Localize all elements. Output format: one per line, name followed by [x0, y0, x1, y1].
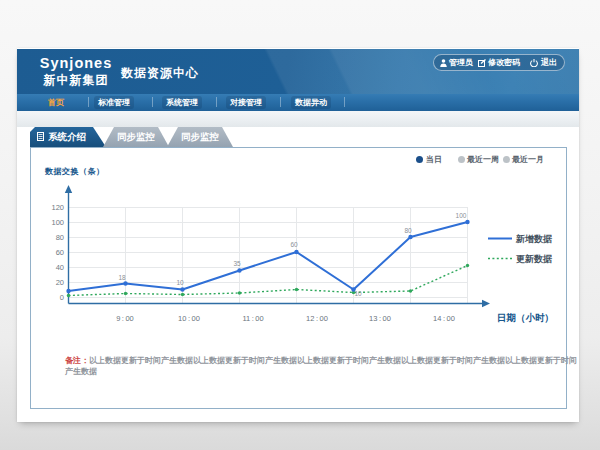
svg-text:13 : 00: 13 : 00: [369, 314, 391, 323]
svg-text:日期（小时）: 日期（小时）: [497, 312, 554, 324]
svg-text:20: 20: [56, 278, 64, 287]
svg-text:14 : 00: 14 : 00: [433, 314, 455, 323]
svg-text:100: 100: [51, 218, 64, 227]
svg-text:0: 0: [60, 293, 64, 302]
svg-text:10 : 00: 10 : 00: [178, 314, 200, 323]
svg-text:10: 10: [354, 290, 362, 297]
svg-text:9 : 00: 9 : 00: [116, 314, 134, 323]
svg-text:60: 60: [290, 241, 298, 248]
svg-text:60: 60: [56, 248, 64, 257]
svg-text:18: 18: [118, 274, 126, 281]
svg-text:100: 100: [456, 212, 467, 219]
svg-text:10: 10: [176, 279, 184, 286]
svg-text:80: 80: [56, 233, 64, 242]
svg-text:120: 120: [51, 203, 64, 212]
svg-text:12 : 00: 12 : 00: [306, 314, 328, 323]
svg-text:11 : 00: 11 : 00: [242, 314, 263, 323]
svg-text:35: 35: [233, 260, 241, 267]
svg-text:更新数据: 更新数据: [516, 254, 552, 264]
svg-text:80: 80: [404, 227, 412, 234]
svg-text:新增数据: 新增数据: [515, 234, 552, 244]
svg-text:40: 40: [56, 263, 64, 272]
